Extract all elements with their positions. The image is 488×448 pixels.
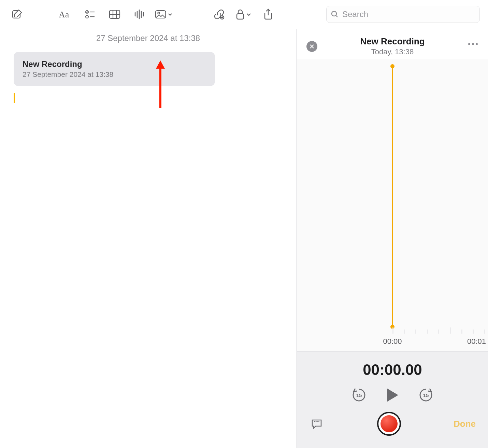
recorder-timecode: 00:00.00 (363, 361, 422, 378)
svg-text:Aa: Aa (59, 10, 69, 19)
svg-point-16 (158, 12, 160, 14)
search-icon (331, 10, 339, 18)
play-icon (386, 388, 399, 402)
recording-card-title: New Recording (23, 59, 206, 69)
waveform-playhead[interactable] (392, 66, 393, 327)
lock-icon (236, 9, 245, 20)
text-format-icon: Aa (59, 9, 72, 19)
svg-marker-25 (387, 389, 398, 402)
note-editor[interactable]: 27 September 2024 at 13:38 New Recording… (0, 29, 297, 448)
search-field[interactable] (326, 6, 480, 23)
svg-point-23 (472, 43, 474, 45)
play-button[interactable] (386, 388, 399, 402)
svg-point-24 (476, 43, 478, 45)
waveform-time-labels: 00:00 00:01 (297, 337, 488, 347)
media-button[interactable] (155, 5, 173, 23)
recording-header: New Recording Today, 13:38 (297, 29, 488, 59)
link-icon (213, 9, 225, 20)
skip-back-15-button[interactable]: 15 (351, 387, 367, 403)
share-button[interactable] (259, 5, 277, 23)
transcript-button[interactable] (309, 416, 324, 431)
chevron-down-icon (168, 12, 173, 17)
recording-title: New Recording (360, 36, 425, 47)
more-icon (468, 42, 478, 46)
recorder-controls: 00:00.00 15 (297, 351, 488, 448)
audio-wave-icon (134, 9, 145, 19)
link-button[interactable] (210, 5, 228, 23)
recording-card-timestamp: 27 September 2024 at 13:38 (23, 70, 206, 79)
compose-button[interactable] (8, 5, 26, 23)
waveform-time-start: 00:00 (383, 337, 402, 346)
note-date-header: 27 September 2024 at 13:38 (14, 33, 283, 43)
recording-panel: New Recording Today, 13:38 (297, 29, 488, 448)
table-icon (109, 10, 120, 19)
checklist-button[interactable] (81, 5, 99, 23)
transcript-icon (311, 419, 322, 429)
skip-back-label: 15 (351, 387, 367, 403)
audio-record-button[interactable] (130, 5, 148, 23)
svg-point-22 (468, 43, 470, 45)
share-icon (263, 9, 273, 20)
checklist-icon (85, 9, 95, 19)
waveform-area[interactable]: 00:00 00:01 (297, 59, 488, 351)
svg-rect-18 (237, 14, 244, 19)
waveform-time-end: 00:01 (467, 337, 486, 346)
text-format-button[interactable]: Aa (57, 5, 74, 23)
skip-forward-label: 15 (418, 387, 434, 403)
done-button[interactable]: Done (454, 419, 476, 429)
more-options-button[interactable] (468, 41, 478, 47)
waveform-ruler (297, 327, 488, 334)
table-button[interactable] (106, 5, 124, 23)
skip-forward-15-button[interactable]: 15 (418, 387, 434, 403)
chevron-down-icon (246, 12, 252, 17)
close-button[interactable] (306, 41, 317, 52)
close-icon (310, 44, 314, 49)
record-button[interactable] (377, 412, 401, 436)
recording-attachment-card[interactable]: New Recording 27 September 2024 at 13:38 (14, 52, 215, 86)
svg-point-19 (332, 11, 336, 16)
recording-subtitle: Today, 13:38 (360, 47, 425, 56)
search-input[interactable] (342, 9, 475, 19)
toolbar: Aa (0, 0, 488, 29)
text-caret (14, 93, 15, 103)
photo-icon (155, 10, 166, 19)
lock-button[interactable] (235, 5, 253, 23)
svg-point-4 (86, 15, 88, 18)
compose-icon (11, 9, 23, 20)
record-icon (381, 415, 398, 432)
